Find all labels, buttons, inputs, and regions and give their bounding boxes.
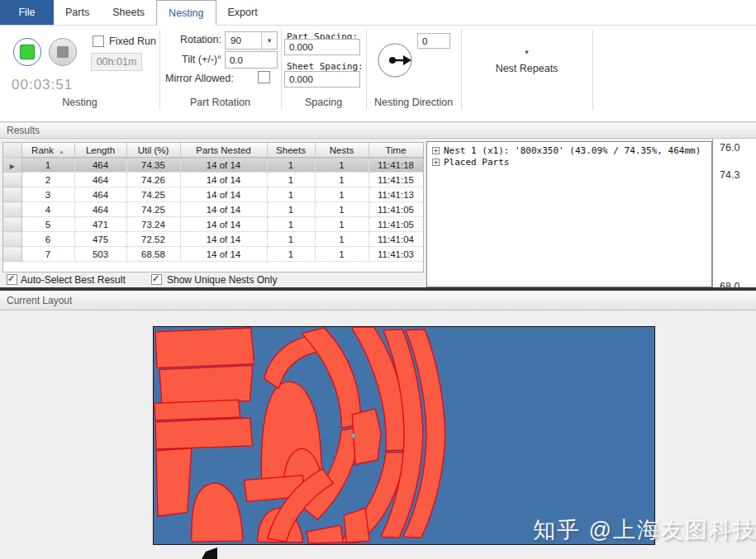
nest-part[interactable] (307, 525, 343, 543)
result-cell[interactable]: 1 (315, 202, 368, 217)
expand-plus-icon[interactable]: + (432, 159, 440, 166)
nest-part[interactable] (344, 508, 369, 542)
result-cell[interactable]: 1 (315, 232, 368, 247)
result-cell[interactable]: 7 (21, 247, 74, 262)
expand-plus-icon[interactable]: + (432, 147, 440, 154)
fixed-run-checkbox[interactable] (93, 36, 104, 47)
result-cell[interactable]: 3 (21, 187, 74, 202)
result-cell[interactable]: 14 of 14 (180, 202, 267, 217)
tree-item[interactable]: +Nest 1 (x1): '800x350' (43.09% / 74.35%… (432, 145, 701, 156)
result-cell[interactable]: 464 (74, 202, 126, 217)
result-cell[interactable]: 14 of 14 (180, 173, 267, 187)
result-cell[interactable]: 1 (267, 158, 315, 173)
result-cell[interactable]: 14 of 14 (180, 158, 267, 173)
row-header-cell[interactable] (3, 173, 21, 187)
auto-select-checkbox[interactable]: ✓ (7, 274, 17, 285)
result-cell[interactable]: 471 (74, 217, 126, 232)
tab-export[interactable]: Export (216, 0, 269, 25)
tab-file[interactable]: File (0, 0, 54, 25)
result-row[interactable]: ▶146474.3514 of 141111:41:18 (3, 158, 423, 173)
row-header-cell[interactable]: ▶ (3, 158, 21, 173)
result-cell[interactable]: 1 (315, 217, 368, 232)
nest-repeats-button[interactable]: Nest Repeats (461, 63, 592, 74)
nest-part[interactable] (352, 409, 381, 464)
part-spacing-input[interactable]: 0.000 (284, 39, 360, 55)
result-cell[interactable]: 1 (267, 202, 315, 217)
column-header-length[interactable]: Length (74, 143, 126, 158)
result-cell[interactable]: 1 (315, 247, 368, 262)
result-cell[interactable]: 68.58 (126, 247, 180, 262)
result-cell[interactable]: 1 (315, 173, 368, 187)
row-header-cell[interactable] (3, 187, 21, 202)
result-cell[interactable]: 11:41:13 (368, 187, 423, 202)
result-cell[interactable]: 11:41:04 (368, 232, 423, 247)
result-cell[interactable]: 74.25 (126, 202, 180, 217)
result-cell[interactable]: 1 (267, 247, 315, 262)
result-cell[interactable]: 11:41:05 (368, 202, 423, 217)
result-cell[interactable]: 464 (74, 158, 126, 173)
result-cell[interactable]: 1 (267, 232, 315, 247)
tab-sheets[interactable]: Sheets (101, 0, 156, 25)
result-cell[interactable]: 11:41:03 (368, 247, 423, 262)
result-cell[interactable]: 6 (21, 232, 74, 247)
result-row[interactable]: 246474.2614 of 141111:41:15 (3, 173, 423, 187)
result-cell[interactable]: 503 (74, 247, 126, 262)
show-unique-checkbox[interactable]: ✓ (151, 274, 162, 285)
result-cell[interactable]: 464 (74, 173, 126, 187)
result-row[interactable]: 750368.5814 of 141111:41:03 (3, 247, 423, 262)
result-row[interactable]: 346474.2514 of 141111:41:13 (3, 187, 423, 202)
result-cell[interactable]: 1 (267, 173, 315, 187)
start-nesting-button[interactable] (13, 38, 41, 66)
column-header-rank[interactable]: Rank▲ (21, 143, 74, 158)
result-cell[interactable]: 11:41:18 (368, 158, 423, 173)
result-cell[interactable]: 14 of 14 (180, 247, 267, 262)
column-header-time[interactable]: Time (368, 143, 423, 158)
chevron-down-icon[interactable]: ▾ (261, 32, 277, 49)
direction-angle-input[interactable]: 0 (417, 33, 450, 49)
result-cell[interactable]: 1 (267, 187, 315, 202)
result-cell[interactable]: 5 (21, 217, 74, 232)
stop-nesting-button[interactable] (49, 38, 77, 66)
result-cell[interactable]: 1 (315, 187, 368, 202)
column-header-nests[interactable]: Nests (315, 143, 368, 158)
result-cell[interactable]: 73.24 (126, 217, 180, 232)
chevron-down-icon[interactable]: ▾ (461, 48, 592, 56)
result-cell[interactable]: 74.35 (126, 158, 180, 173)
nest-part[interactable] (155, 328, 254, 368)
result-cell[interactable]: 475 (74, 232, 126, 247)
column-header-util-%-[interactable]: Util (%) (126, 143, 180, 158)
result-cell[interactable]: 11:41:15 (368, 173, 423, 187)
result-cell[interactable]: 1 (315, 158, 368, 173)
result-row[interactable]: 547173.2414 of 141111:41:05 (3, 217, 423, 232)
result-row[interactable]: 446474.2514 of 141111:41:05 (3, 202, 423, 217)
result-cell[interactable]: 14 of 14 (180, 217, 267, 232)
result-cell[interactable]: 464 (74, 187, 126, 202)
result-cell[interactable]: 1 (267, 217, 315, 232)
tilt-input[interactable]: 0.0 (225, 51, 278, 69)
result-cell[interactable]: 14 of 14 (180, 232, 267, 247)
run-time-button[interactable]: 00h:01m (91, 53, 142, 71)
column-header-parts-nested[interactable]: Parts Nested (180, 143, 267, 158)
nest-part[interactable] (156, 448, 192, 516)
row-header-cell[interactable] (3, 202, 21, 217)
sheet-spacing-input[interactable]: 0.000 (284, 71, 360, 88)
tab-parts[interactable]: Parts (54, 0, 101, 25)
result-cell[interactable]: 74.26 (126, 173, 180, 187)
row-header-cell[interactable] (3, 247, 21, 262)
tab-nesting[interactable]: Nesting (156, 0, 216, 26)
nest-part[interactable] (155, 418, 253, 449)
tree-item[interactable]: +Placed Parts (432, 157, 509, 168)
result-row[interactable]: 647572.5214 of 141111:41:04 (3, 232, 423, 247)
result-cell[interactable]: 2 (21, 173, 74, 187)
nest-sheet-canvas[interactable] (153, 326, 655, 545)
result-cell[interactable]: 1 (21, 158, 74, 173)
column-header-sheets[interactable]: Sheets (267, 143, 315, 158)
result-cell[interactable]: 4 (21, 202, 74, 217)
nesting-direction-dial[interactable] (376, 41, 414, 79)
row-header-cell[interactable] (3, 217, 21, 232)
rotation-dropdown[interactable]: 90 ▾ (225, 31, 278, 50)
result-cell[interactable]: 74.25 (126, 187, 180, 202)
nest-part[interactable] (159, 366, 253, 405)
mirror-allowed-checkbox[interactable] (258, 71, 270, 83)
result-cell[interactable]: 14 of 14 (180, 187, 267, 202)
